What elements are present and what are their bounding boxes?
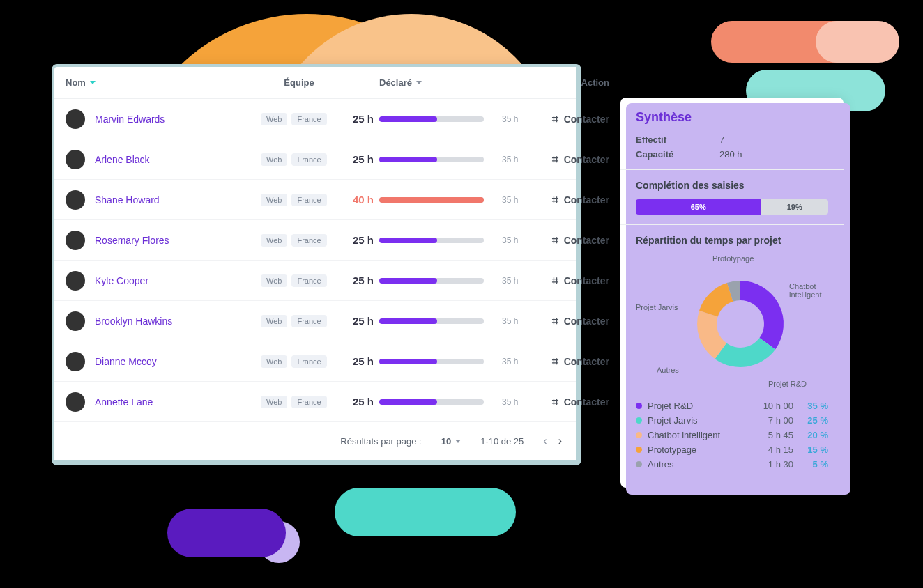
contact-button[interactable]: ⌗Contacter xyxy=(533,274,609,287)
col-team-label: Équipe xyxy=(261,77,337,88)
slack-icon: ⌗ xyxy=(552,355,558,368)
team-tags: WebFrance xyxy=(261,153,337,166)
contact-label: Contacter xyxy=(564,235,609,246)
legend-percent: 35 % xyxy=(793,401,828,411)
progress-bar xyxy=(379,238,484,243)
legend-dot-icon xyxy=(636,432,642,438)
chevron-down-icon xyxy=(455,440,461,443)
table-footer: Résultats par page : 10 1-10 de 25 ‹ › xyxy=(54,422,576,460)
table-row: Brooklyn HawkinsWebFrance25 h35 h⌗Contac… xyxy=(54,301,576,341)
tag-web: Web xyxy=(261,274,287,287)
contact-button[interactable]: ⌗Contacter xyxy=(533,153,609,166)
slack-icon: ⌗ xyxy=(552,396,558,408)
capacity-hours: 35 h xyxy=(498,235,533,245)
slack-icon: ⌗ xyxy=(552,315,558,327)
person-name-link[interactable]: Kyle Cooper xyxy=(95,275,148,286)
contact-label: Contacter xyxy=(564,154,609,165)
contact-button[interactable]: ⌗Contacter xyxy=(533,315,609,327)
col-declared-label: Déclaré xyxy=(379,77,412,88)
effectif-label: Effectif xyxy=(636,134,719,145)
declared-hours: 25 h xyxy=(337,396,379,408)
contact-button[interactable]: ⌗Contacter xyxy=(533,234,609,247)
donut-label-jarvis: Projet Jarvis xyxy=(636,303,678,311)
legend: Projet R&D10 h 0035 %Projet Jarvis7 h 00… xyxy=(636,401,828,470)
capacity-hours: 35 h xyxy=(498,195,533,205)
tag-france: France xyxy=(291,274,326,287)
col-name-sort[interactable]: Nom xyxy=(66,77,261,88)
tag-web: Web xyxy=(261,355,287,368)
capacity-hours: 35 h xyxy=(498,114,533,124)
avatar xyxy=(66,352,85,371)
declared-hours: 25 h xyxy=(337,234,379,246)
contact-label: Contacter xyxy=(564,114,609,125)
declared-hours: 25 h xyxy=(337,113,379,125)
avatar xyxy=(66,150,85,169)
person-name-link[interactable]: Shane Howard xyxy=(95,194,160,206)
bg-blob-teal-bottom xyxy=(335,488,516,536)
legend-row: Projet R&D10 h 0035 % xyxy=(636,401,828,411)
legend-dot-icon xyxy=(636,417,642,424)
completion-seg-b: 19% xyxy=(761,199,828,215)
capacity-hours: 35 h xyxy=(498,316,533,326)
avatar xyxy=(66,190,85,210)
tag-france: France xyxy=(291,315,326,327)
team-tags: WebFrance xyxy=(261,315,337,327)
per-page-label: Résultats par page : xyxy=(340,436,421,447)
contact-button[interactable]: ⌗Contacter xyxy=(533,396,609,408)
next-page-button[interactable]: › xyxy=(558,435,562,447)
team-tags: WebFrance xyxy=(261,113,337,125)
person-name-link[interactable]: Arlene Black xyxy=(95,154,150,165)
person-name-link[interactable]: Marvin Edwards xyxy=(95,114,165,125)
table-body: Marvin EdwardsWebFrance25 h35 h⌗Contacte… xyxy=(54,99,576,422)
progress-bar xyxy=(379,197,484,203)
legend-dot-icon xyxy=(636,403,642,409)
contact-button[interactable]: ⌗Contacter xyxy=(533,113,609,125)
declared-hours: 40 h xyxy=(337,194,379,206)
completion-seg-a: 65% xyxy=(636,199,761,215)
prev-page-button[interactable]: ‹ xyxy=(543,435,547,447)
donut-chart: Prototypage Chatbot intelligent Projet J… xyxy=(636,254,828,394)
kv-capacite: Capacité 280 h xyxy=(636,149,828,160)
legend-row: Projet Jarvis7 h 0025 % xyxy=(636,415,828,426)
table-row: Arlene BlackWebFrance25 h35 h⌗Contacter xyxy=(54,139,576,180)
legend-percent: 5 % xyxy=(793,459,828,470)
progress-bar xyxy=(379,157,484,162)
capacity-hours: 35 h xyxy=(498,155,533,164)
contact-button[interactable]: ⌗Contacter xyxy=(533,194,609,206)
summary-card: Synthèse Effectif 7 Capacité 280 h Compl… xyxy=(620,98,844,488)
slack-icon: ⌗ xyxy=(552,234,558,247)
per-page-select[interactable]: 10 xyxy=(441,436,461,447)
capacite-value: 280 h xyxy=(719,149,742,160)
legend-name: Chatbot intelligent xyxy=(648,430,752,440)
donut-svg xyxy=(685,268,796,380)
capacite-label: Capacité xyxy=(636,149,719,160)
tag-france: France xyxy=(291,234,326,247)
legend-hours: 4 h 15 xyxy=(752,444,793,455)
person-name-link[interactable]: Rosemary Flores xyxy=(95,235,169,246)
tag-web: Web xyxy=(261,153,287,166)
sort-caret-icon xyxy=(90,81,96,84)
contact-button[interactable]: ⌗Contacter xyxy=(533,355,609,368)
avatar xyxy=(66,109,85,129)
legend-hours: 5 h 45 xyxy=(752,430,793,440)
tag-web: Web xyxy=(261,194,287,206)
table-row: Marvin EdwardsWebFrance25 h35 h⌗Contacte… xyxy=(54,99,576,139)
contact-label: Contacter xyxy=(564,316,609,327)
col-action-label: Action xyxy=(533,77,609,88)
progress-bar xyxy=(379,359,484,364)
team-tags: WebFrance xyxy=(261,274,337,287)
declared-hours: 25 h xyxy=(337,355,379,367)
divider xyxy=(620,224,844,225)
legend-row: Autres1 h 305 % xyxy=(636,459,828,470)
completion-title: Complétion des saisies xyxy=(636,180,828,191)
col-declared-sort[interactable]: Déclaré xyxy=(379,77,498,88)
declared-hours: 25 h xyxy=(337,274,379,286)
table-row: Rosemary FloresWebFrance25 h35 h⌗Contact… xyxy=(54,220,576,261)
legend-hours: 7 h 00 xyxy=(752,415,793,426)
person-name-link[interactable]: Brooklyn Hawkins xyxy=(95,316,172,327)
person-name-link[interactable]: Dianne Mccoy xyxy=(95,356,157,367)
legend-percent: 15 % xyxy=(793,444,828,455)
contact-label: Contacter xyxy=(564,275,609,286)
person-name-link[interactable]: Annette Lane xyxy=(95,396,153,408)
progress-bar xyxy=(379,116,484,122)
